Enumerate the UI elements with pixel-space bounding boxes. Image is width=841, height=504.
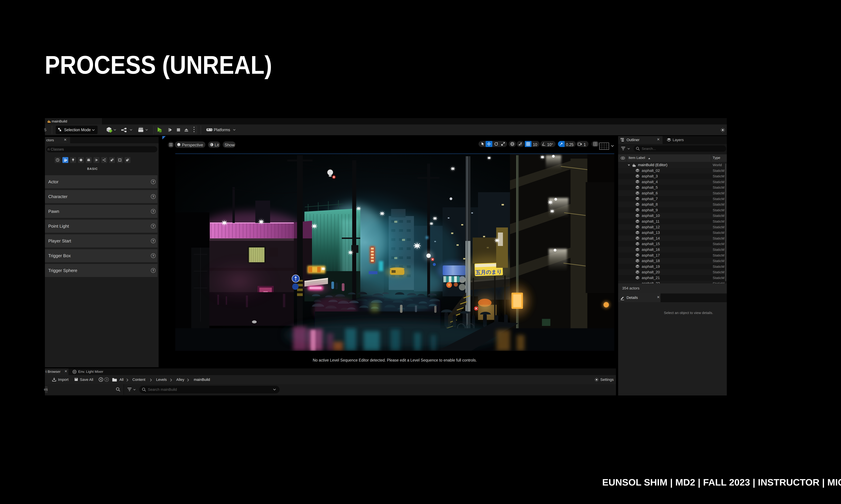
svg-text:五月のまり: 五月のまり — [475, 269, 502, 275]
